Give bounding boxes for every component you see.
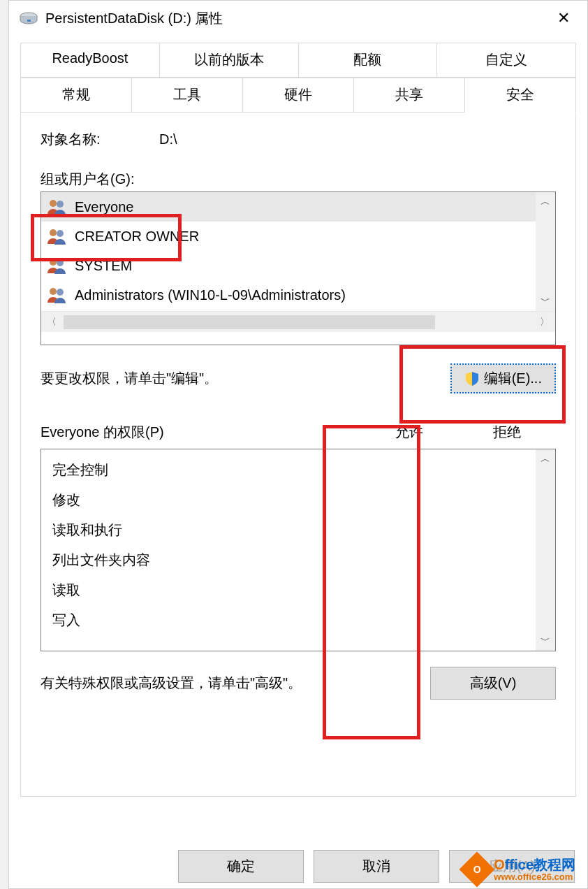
permissions-label: Everyone 的权限(P) [41,423,360,442]
users-vertical-scrollbar[interactable]: ︿ ﹀ [536,192,555,311]
svg-rect-1 [27,20,31,22]
tab-readyboost[interactable]: ReadyBoost [20,43,160,78]
object-name-label: 对象名称: [41,130,159,149]
perm-modify: 修改 [51,485,545,515]
tab-previous-versions[interactable]: 以前的版本 [159,43,299,78]
tab-general[interactable]: 常规 [20,78,132,113]
user-label: SYSTEM [75,258,132,274]
permissions-scrollbar[interactable]: ︿ ﹀ [536,449,555,651]
titlebar: PersistentDataDisk (D:) 属性 ✕ [9,1,587,36]
scroll-right-icon[interactable]: 〉 [534,312,555,333]
perm-full-control: 完全控制 [51,455,545,485]
security-tab-content: 对象名称: D:\ 组或用户名(G): Everyone CREATOR OWN… [20,112,576,797]
group-icon [47,198,66,216]
window-title: PersistentDataDisk (D:) 属性 [45,9,550,28]
allow-column-header: 允许 [360,423,458,442]
tab-tools[interactable]: 工具 [131,78,243,113]
tabs-container: ReadyBoost 以前的版本 配额 自定义 常规 工具 硬件 共享 安全 对… [20,43,576,797]
users-horizontal-scrollbar[interactable]: 〈 〉 [41,311,555,332]
scroll-up-icon[interactable]: ︿ [536,192,555,212]
scroll-down-icon[interactable]: ﹀ [536,631,555,651]
tab-sharing[interactable]: 共享 [353,78,465,113]
advanced-hint: 有关特殊权限或高级设置，请单击"高级"。 [41,674,302,693]
groups-label: 组或用户名(G): [41,170,556,189]
shield-icon [464,371,480,386]
svg-point-6 [50,259,57,266]
svg-point-7 [57,259,64,266]
edit-button-label: 编辑(E)... [484,369,542,388]
perm-read: 读取 [51,575,545,605]
tab-custom[interactable]: 自定义 [436,43,576,78]
watermark: O Office教程网 www.office26.com [464,857,575,882]
perm-write: 写入 [51,605,545,635]
group-icon [47,286,66,304]
deny-column-header: 拒绝 [458,423,556,442]
scroll-left-icon[interactable]: 〈 [41,312,62,333]
cancel-button[interactable]: 取消 [314,850,439,883]
svg-point-3 [57,201,64,208]
scroll-up-icon[interactable]: ︿ [536,449,555,469]
user-item-system[interactable]: SYSTEM [41,251,555,280]
svg-point-9 [57,289,64,296]
tab-hardware[interactable]: 硬件 [242,78,354,113]
perm-list-folder: 列出文件夹内容 [51,545,545,575]
user-label: Everyone [75,199,134,215]
drive-icon [19,12,38,24]
properties-dialog: PersistentDataDisk (D:) 属性 ✕ ReadyBoost … [8,0,588,889]
advanced-button[interactable]: 高级(V) [430,667,556,700]
watermark-badge-icon: O [460,851,495,887]
close-button[interactable]: ✕ [550,4,578,32]
user-item-creator-owner[interactable]: CREATOR OWNER [41,222,555,251]
user-item-administrators[interactable]: Administrators (WIN10-L-09\Administrator… [41,280,555,310]
edit-hint: 要更改权限，请单击"编辑"。 [41,369,218,388]
user-label: Administrators (WIN10-L-09\Administrator… [75,287,346,303]
edit-button[interactable]: 编辑(E)... [450,363,556,393]
object-name-value: D:\ [159,131,177,147]
user-item-everyone[interactable]: Everyone [41,192,555,222]
group-icon [47,256,66,275]
watermark-url: www.office26.com [494,872,575,882]
permissions-list: 完全控制 修改 读取和执行 列出文件夹内容 读取 写入 ︿ ﹀ [41,449,556,651]
tab-quota[interactable]: 配额 [298,43,438,78]
perm-read-execute: 读取和执行 [51,515,545,545]
scroll-down-icon[interactable]: ﹀ [536,291,555,311]
svg-point-2 [50,200,57,207]
user-label: CREATOR OWNER [75,229,199,245]
users-list[interactable]: Everyone CREATOR OWNER SYSTEM Administra… [41,191,556,345]
ok-button[interactable]: 确定 [178,850,304,883]
watermark-title: Office教程网 [494,857,575,872]
svg-point-5 [57,230,64,237]
tab-security[interactable]: 安全 [464,78,576,113]
svg-point-4 [50,229,57,236]
svg-point-8 [50,288,57,295]
group-icon [47,227,66,245]
